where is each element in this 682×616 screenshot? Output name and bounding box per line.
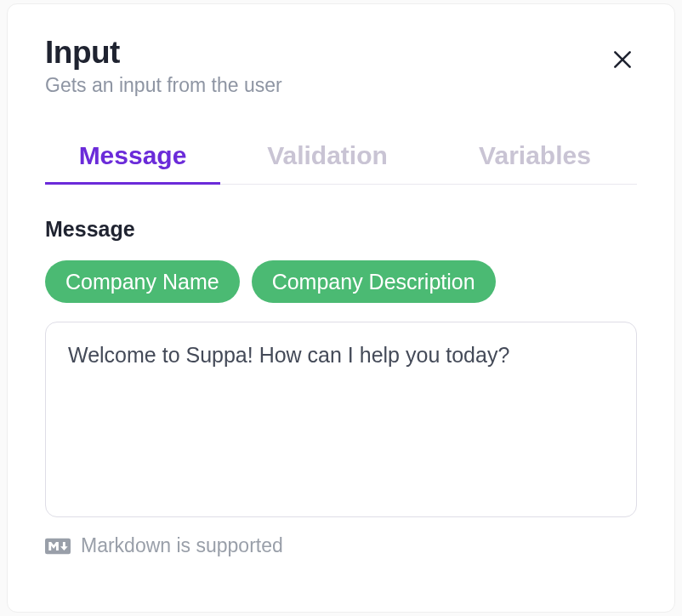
chip-company-description[interactable]: Company Description bbox=[252, 260, 496, 303]
close-button[interactable] bbox=[605, 42, 640, 80]
panel-header: Input Gets an input from the user bbox=[45, 35, 637, 97]
panel-title: Input bbox=[45, 35, 282, 71]
chip-company-name[interactable]: Company Name bbox=[45, 260, 240, 303]
message-section: Message Company Name Company Description… bbox=[45, 217, 637, 557]
title-block: Input Gets an input from the user bbox=[45, 35, 282, 97]
input-panel: Input Gets an input from the user Messag… bbox=[7, 3, 675, 613]
message-textarea[interactable] bbox=[45, 322, 637, 517]
tab-variables[interactable]: Variables bbox=[435, 134, 635, 184]
panel-subtitle: Gets an input from the user bbox=[45, 74, 282, 97]
variable-chips: Company Name Company Description bbox=[45, 260, 637, 303]
close-icon bbox=[611, 48, 634, 73]
markdown-hint-text: Markdown is supported bbox=[81, 534, 283, 557]
markdown-hint: Markdown is supported bbox=[45, 534, 637, 557]
tab-validation[interactable]: Validation bbox=[220, 134, 435, 184]
tab-message[interactable]: Message bbox=[45, 134, 220, 184]
message-label: Message bbox=[45, 217, 637, 242]
tab-row: Message Validation Variables bbox=[45, 134, 637, 185]
markdown-icon bbox=[45, 538, 71, 555]
